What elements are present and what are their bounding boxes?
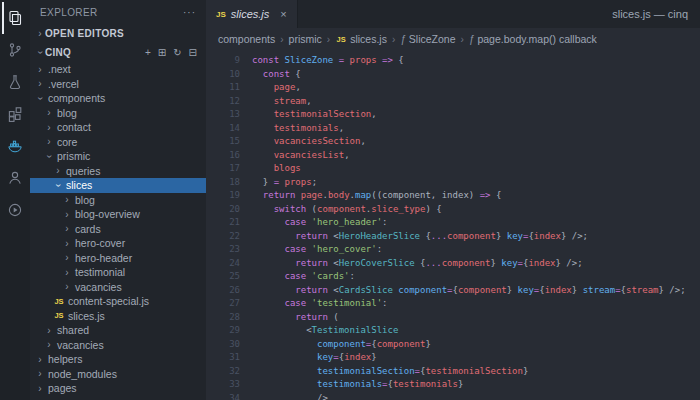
code-line[interactable]: 27 case 'testimonial': (206, 297, 700, 311)
close-icon[interactable]: × (280, 8, 286, 20)
folder-item-core[interactable]: ›core (30, 135, 206, 150)
project-section-header[interactable]: › CINQ +⊞↻⊟ (30, 43, 206, 62)
folder-item-cards[interactable]: ›cards (30, 222, 206, 237)
folder-item-vacancies[interactable]: ›vacancies (30, 280, 206, 295)
tab-slices-js[interactable]: JS slices.js × (206, 0, 298, 28)
code-line[interactable]: 18 } = props; (206, 176, 700, 190)
open-editors-section[interactable]: › OPEN EDITORS (30, 24, 206, 43)
breadcrumb-label: prismic (289, 33, 322, 45)
breadcrumb-separator-icon: › (280, 34, 283, 45)
breadcrumb-item[interactable]: ƒSliceZone (400, 33, 455, 45)
code-line[interactable]: 13 testimonialSection, (206, 108, 700, 122)
code-line[interactable]: 28 return ( (206, 311, 700, 325)
breadcrumb-label: page.body.map() callback (477, 33, 596, 45)
folder-item-blog[interactable]: ›blog (30, 106, 206, 121)
explorer-title: EXPLORER (40, 7, 98, 18)
code-line[interactable]: 17 blogs (206, 162, 700, 176)
more-actions-icon[interactable]: ··· (183, 7, 196, 18)
folder-item-.vercel[interactable]: ›.vercel (30, 77, 206, 92)
code-line[interactable]: 25 case 'cards': (206, 270, 700, 284)
folder-item-helpers[interactable]: ›helpers (30, 352, 206, 367)
breadcrumb-item[interactable]: JSslices.js (335, 33, 387, 45)
breadcrumb-item[interactable]: components (218, 33, 275, 45)
tree-item-label: blog (75, 194, 95, 206)
code-line[interactable]: 11 page, (206, 81, 700, 95)
code-line[interactable]: 21 case 'hero_header': (206, 216, 700, 230)
code-line[interactable]: 26 return <CardsSlice component={compone… (206, 284, 700, 298)
line-number: 29 (206, 324, 240, 338)
folder-item-testimonial[interactable]: ›testimonial (30, 265, 206, 280)
tab-bar: JS slices.js × slices.js — cinq (206, 0, 700, 28)
code-line[interactable]: 12 stream, (206, 95, 700, 109)
chevron-down-icon: › (53, 180, 64, 190)
code-line[interactable]: 22 return <HeroHeaderSlice {...component… (206, 230, 700, 244)
tree-item-label: queries (66, 165, 100, 177)
code-line[interactable]: 14 testimonials, (206, 122, 700, 136)
line-number: 27 (206, 297, 240, 311)
code-line[interactable]: 34 /> (206, 392, 700, 400)
line-number: 17 (206, 162, 240, 176)
folder-item-vacancies[interactable]: ›vacancies (30, 338, 206, 353)
folder-item-blog[interactable]: ›blog (30, 193, 206, 208)
tree-item-label: .vercel (48, 78, 79, 90)
line-number: 22 (206, 230, 240, 244)
code-text: } = props; (252, 176, 317, 190)
code-text: testimonialSection, (252, 108, 377, 122)
code-line[interactable]: 32 testimonialSection={testimonialSectio… (206, 365, 700, 379)
folder-item-blog-overview[interactable]: ›blog-overview (30, 207, 206, 222)
code-line[interactable]: 16 vacanciesList, (206, 149, 700, 163)
folder-item-pages[interactable]: ›pages (30, 381, 206, 396)
collapse-all-icon[interactable]: ⊟ (189, 47, 197, 58)
folder-item-node_modules[interactable]: ›node_modules (30, 367, 206, 382)
line-number: 33 (206, 378, 240, 392)
chevron-right-icon: › (62, 281, 72, 292)
new-folder-icon[interactable]: ⊞ (158, 47, 166, 58)
code-text: vacanciesList, (252, 149, 350, 163)
code-line[interactable]: 33 testimonials={testimonials} (206, 378, 700, 392)
test-icon[interactable] (2, 66, 28, 98)
run-icon[interactable] (2, 194, 28, 226)
line-number: 28 (206, 311, 240, 325)
code-line[interactable]: 24 return <HeroCoverSlice {...component}… (206, 257, 700, 271)
chevron-right-icon: › (62, 223, 72, 234)
docker-icon[interactable] (2, 130, 28, 162)
folder-item-components[interactable]: ›components (30, 91, 206, 106)
breadcrumb-item[interactable]: ƒpage.body.map() callback (469, 33, 597, 45)
code-line[interactable]: 20 switch (component.slice_type) { (206, 203, 700, 217)
folder-item-queries[interactable]: ›queries (30, 164, 206, 179)
code-line[interactable]: 30 component={component} (206, 338, 700, 352)
code-line[interactable]: 29 <TestimonialSlice (206, 324, 700, 338)
folder-item-hero-header[interactable]: ›hero-header (30, 251, 206, 266)
code-line[interactable]: 9const SliceZone = props => { (206, 54, 700, 68)
tree-item-label: vacancies (75, 281, 122, 293)
file-item-slices.js[interactable]: JSslices.js (30, 309, 206, 324)
code-text: case 'hero_header': (252, 216, 387, 230)
code-line[interactable]: 23 case 'hero_cover': (206, 243, 700, 257)
source-control-icon[interactable] (2, 34, 28, 66)
code-line[interactable]: 15 vacanciesSection, (206, 135, 700, 149)
code-area[interactable]: 9const SliceZone = props => {10 const {1… (206, 50, 700, 400)
refresh-icon[interactable]: ↻ (173, 47, 181, 58)
symbol-icon: ƒ (400, 34, 406, 45)
account-icon[interactable] (2, 162, 28, 194)
breadcrumb-item[interactable]: prismic (289, 33, 322, 45)
line-number: 14 (206, 122, 240, 136)
chevron-right-icon: › (44, 136, 54, 147)
code-text: return <HeroHeaderSlice {...component} k… (252, 230, 588, 244)
folder-item-prismic[interactable]: ›prismic (30, 149, 206, 164)
folder-item-shared[interactable]: ›shared (30, 323, 206, 338)
folder-item-hero-cover[interactable]: ›hero-cover (30, 236, 206, 251)
code-line[interactable]: 19 return page.body.map((component, inde… (206, 189, 700, 203)
file-item-content-special.js[interactable]: JScontent-special.js (30, 294, 206, 309)
code-line[interactable]: 10 const { (206, 68, 700, 82)
chevron-right-icon: › (44, 107, 54, 118)
explorer-icon[interactable] (2, 2, 28, 34)
folder-item-.next[interactable]: ›.next (30, 62, 206, 77)
folder-item-contact[interactable]: ›contact (30, 120, 206, 135)
folder-item-slices[interactable]: ›slices (30, 178, 206, 193)
new-file-icon[interactable]: + (145, 47, 151, 58)
code-line[interactable]: 31 key={index} (206, 351, 700, 365)
chevron-right-icon: › (44, 122, 54, 133)
chevron-right-icon: › (35, 368, 45, 379)
extensions-icon[interactable] (2, 98, 28, 130)
